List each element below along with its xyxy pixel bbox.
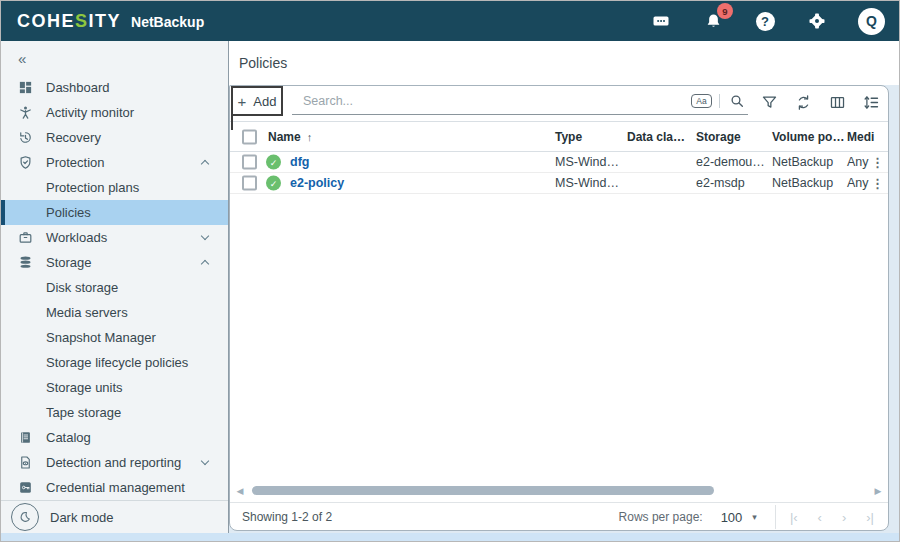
chevron-down-icon[interactable] [201,457,209,465]
license-ticket-icon[interactable] [650,10,672,32]
catalog-book-icon [17,430,33,446]
footer-divider [775,505,776,529]
chevron-up-icon[interactable] [201,160,209,168]
sidebar-item-label: Snapshot Manager [46,330,156,345]
sidebar-item-detection-and-reporting[interactable]: Detection and reporting [1,450,228,475]
plus-icon: + [238,93,247,110]
horizontal-scrollbar: ◀ ▶ [230,484,888,498]
scroll-left-icon[interactable]: ◀ [230,486,250,496]
column-header-name[interactable]: Name↑ [268,130,312,144]
user-avatar[interactable]: Q [858,8,885,35]
policies-card: + Add Aa [229,85,889,531]
match-case-icon[interactable]: Aa [691,94,712,108]
recovery-history-icon [17,130,33,146]
row-actions-kebab-icon[interactable]: ⋮ [871,155,884,170]
product-name: NetBackup [131,14,204,30]
refresh-icon[interactable] [794,93,813,112]
brand-green-letter: S [75,11,89,31]
column-header-data-class[interactable]: Data cla… [627,130,685,144]
sidebar-item-label: Storage [46,255,92,270]
sidebar-item-label: Protection plans [46,180,139,195]
app-window: COHESITY NetBackup 9 ? [0,0,900,542]
protection-shield-icon [17,155,33,171]
sidebar-item-snapshot-manager[interactable]: Snapshot Manager [1,325,228,350]
select-all-checkbox[interactable] [242,129,257,144]
settings-gear-icon[interactable] [806,10,828,32]
column-header-storage[interactable]: Storage [696,130,741,144]
sidebar-item-protection-plans[interactable]: Protection plans [1,175,228,200]
page-title: Policies [239,55,287,71]
sidebar-item-protection[interactable]: Protection [1,150,228,175]
column-header-type[interactable]: Type [555,130,582,144]
brand-post: ITY [89,11,122,31]
search-icon[interactable] [727,91,746,110]
sidebar-item-storage-units[interactable]: Storage units [1,375,228,400]
columns-icon[interactable] [828,93,847,112]
last-page-icon[interactable]: ›| [866,510,874,525]
previous-page-icon[interactable]: ‹ [818,510,822,525]
policy-name-link[interactable]: e2-policy [290,176,344,190]
sidebar-item-policies[interactable]: Policies [1,200,228,225]
chevron-down-icon[interactable] [201,232,209,240]
policy-volume-pool: NetBackup [772,176,833,190]
first-page-icon[interactable]: |‹ [790,510,798,525]
sidebar-item-label: Storage lifecycle policies [46,355,188,370]
add-button-label: Add [253,94,276,109]
notification-count-badge: 9 [717,3,733,19]
policy-name-link[interactable]: dfg [290,155,309,169]
divider [719,94,720,108]
filter-icon[interactable] [760,93,779,112]
sidebar-collapse-button[interactable]: « [1,41,228,75]
page-bottom-strip [1,533,899,542]
next-page-icon[interactable]: › [842,510,846,525]
table-row[interactable]: ✓ e2-policy MS-Wind… e2-msdp NetBackup A… [230,173,888,194]
table-footer: Showing 1-2 of 2 Rows per page: 100 ▾ |‹… [230,502,888,531]
sidebar-item-activity-monitor[interactable]: Activity monitor [1,100,228,125]
sidebar-item-recovery[interactable]: Recovery [1,125,228,150]
rows-per-page-caret-icon[interactable]: ▾ [752,512,757,522]
brand-pre: COHE [17,11,75,31]
policy-media: Any [847,155,869,169]
add-button[interactable]: + Add [231,86,283,116]
toolbar: + Add Aa [230,86,888,120]
row-checkbox[interactable] [242,176,257,191]
sidebar-item-storage-lifecycle-policies[interactable]: Storage lifecycle policies [1,350,228,375]
sidebar-item-media-servers[interactable]: Media servers [1,300,228,325]
row-density-icon[interactable] [862,93,881,112]
status-active-icon: ✓ [266,155,281,170]
sidebar-item-storage[interactable]: Storage [1,250,228,275]
row-checkbox[interactable] [242,155,257,170]
help-icon[interactable]: ? [754,10,776,32]
scrollbar-thumb[interactable] [252,486,714,495]
brand-logo: COHESITY NetBackup [17,11,204,32]
chevron-up-icon[interactable] [201,260,209,268]
column-header-volume-pool[interactable]: Volume po… [772,130,844,144]
column-header-media[interactable]: Medi [847,130,874,144]
scroll-right-icon[interactable]: ▶ [868,486,888,496]
sidebar-item-tape-storage[interactable]: Tape storage [1,400,228,425]
search-input[interactable] [292,88,652,114]
detection-report-icon [17,455,33,471]
notifications-bell-icon[interactable]: 9 [702,10,724,32]
table-header-row: Name↑ Type Data cla… Storage Volume po… … [230,121,888,152]
rows-per-page-value[interactable]: 100 [721,510,743,525]
sidebar-item-dashboard[interactable]: Dashboard [1,75,228,100]
scrollbar-track[interactable] [250,486,868,496]
sidebar-item-label: Detection and reporting [46,455,181,470]
policy-type: MS-Wind… [555,176,619,190]
policy-storage: e2-msdp [696,176,745,190]
status-active-icon: ✓ [266,176,281,191]
dark-mode-label: Dark mode [50,510,114,525]
sidebar-item-workloads[interactable]: Workloads [1,225,228,250]
sidebar-item-label: Activity monitor [46,105,134,120]
sidebar-item-disk-storage[interactable]: Disk storage [1,275,228,300]
row-actions-kebab-icon[interactable]: ⋮ [871,176,884,191]
dark-mode-toggle[interactable]: Dark mode [1,500,228,533]
top-header-bar: COHESITY NetBackup 9 ? [1,1,899,41]
main-area: Policies + Add Aa [229,41,899,533]
sidebar-item-credential-management[interactable]: Credential management [1,475,228,500]
table-row[interactable]: ✓ dfg MS-Wind… e2-demou… NetBackup Any ⋮ [230,152,888,173]
ticket-glyph [651,11,671,31]
sidebar-item-label: Policies [46,205,91,220]
sidebar-item-catalog[interactable]: Catalog [1,425,228,450]
